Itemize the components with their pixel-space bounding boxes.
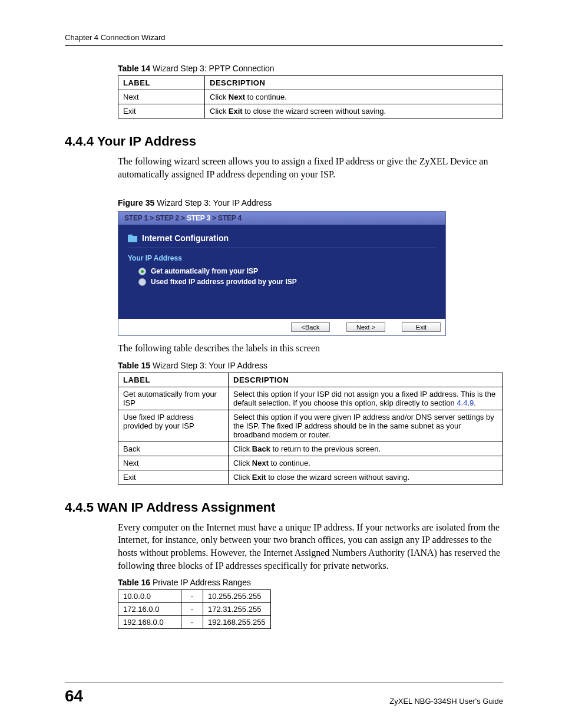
- cell-desc: Click Back to return to the previous scr…: [229, 442, 503, 456]
- table-row: Back Click Back to return to the previou…: [118, 442, 503, 456]
- wizard-footer: <Back Next > Exit: [118, 319, 445, 335]
- wizard-title: Internet Configuration: [142, 233, 229, 243]
- table15-caption-rest: Wizard Step 3: Your IP Address: [150, 361, 267, 370]
- next-button[interactable]: Next >: [346, 322, 385, 332]
- cell-desc: Click Next to continue.: [205, 90, 503, 104]
- exit-button[interactable]: Exit: [402, 322, 441, 332]
- radio-icon[interactable]: [138, 278, 146, 286]
- page-footer: 64 ZyXEL NBG-334SH User's Guide: [65, 683, 503, 706]
- table-row: Exit Click Exit to close the wizard scre…: [118, 104, 503, 118]
- cell-desc: Click Next to continue.: [229, 456, 503, 470]
- wizard-steps: STEP 1 > STEP 2 > STEP 3 > STEP 4: [118, 212, 445, 225]
- table15-h1: LABEL: [118, 373, 229, 387]
- wizard-step2: STEP 2: [156, 214, 179, 222]
- table-row: Exit Click Exit to close the wizard scre…: [118, 470, 503, 484]
- figure35-caption-bold: Figure 35: [118, 198, 154, 207]
- table15-caption-bold: Table 15: [118, 361, 150, 370]
- cell-desc: Click Exit to close the wizard screen wi…: [205, 104, 503, 118]
- table-row: 172.16.0.0 - 172.31.255.255: [118, 603, 271, 616]
- para-445: Every computer on the Internet must have…: [118, 521, 503, 572]
- table14-caption-rest: Wizard Step 3: PPTP Connection: [150, 64, 275, 73]
- cell-label: Exit: [118, 470, 229, 484]
- table14-caption: Table 14 Wizard Step 3: PPTP Connection: [118, 64, 503, 73]
- running-head: Chapter 4 Connection Wizard: [65, 33, 503, 46]
- table-row: Next Click Next to continue.: [118, 456, 503, 470]
- wizard-option-label: Get automatically from your ISP: [151, 267, 258, 275]
- wizard-window: STEP 1 > STEP 2 > STEP 3 > STEP 4 Intern…: [118, 211, 446, 336]
- cell-label: Exit: [118, 104, 205, 118]
- wizard-title-row: Internet Configuration: [128, 231, 436, 248]
- table14-h1: LABEL: [118, 76, 205, 90]
- wizard-body: Internet Configuration Your IP Address G…: [118, 225, 445, 319]
- cell-label: Next: [118, 90, 205, 104]
- para-444: The following wizard screen allows you t…: [118, 155, 503, 180]
- wizard-option-auto[interactable]: Get automatically from your ISP: [138, 267, 436, 275]
- table16-caption: Table 16 Private IP Address Ranges: [118, 578, 503, 587]
- wizard-step4: STEP 4: [218, 214, 242, 222]
- table16-caption-bold: Table 16: [118, 578, 150, 587]
- guide-title: ZyXEL NBG-334SH User's Guide: [389, 697, 503, 706]
- wizard-step1: STEP 1: [124, 214, 148, 222]
- cell-dash: -: [181, 590, 203, 603]
- table16-caption-rest: Private IP Address Ranges: [150, 578, 251, 587]
- folder-icon: [128, 235, 137, 242]
- table15: LABEL DESCRIPTION Get automatically from…: [118, 373, 503, 485]
- table14: LABEL DESCRIPTION Next Click Next to con…: [118, 75, 503, 118]
- cell-b: 192.168.255.255: [203, 616, 271, 629]
- page-number: 64: [65, 687, 83, 706]
- cell-label: Use fixed IP address provided by your IS…: [118, 410, 229, 442]
- wizard-step3: STEP 3: [187, 214, 210, 222]
- cell-label: Get automatically from your ISP: [118, 387, 229, 410]
- cell-dash: -: [181, 616, 203, 629]
- cell-b: 172.31.255.255: [203, 603, 271, 616]
- cell-desc: Select this option If your ISP did not a…: [229, 387, 503, 410]
- back-button[interactable]: <Back: [291, 322, 330, 332]
- cell-a: 10.0.0.0: [118, 590, 181, 603]
- table-row: 10.0.0.0 - 10.255.255.255: [118, 590, 271, 603]
- table15-caption: Table 15 Wizard Step 3: Your IP Address: [118, 361, 503, 370]
- table-row: Use fixed IP address provided by your IS…: [118, 410, 503, 442]
- figure35-caption-rest: Wizard Step 3: Your IP Address: [154, 198, 272, 207]
- wizard-option-label: Used fixed IP address provided by your I…: [151, 278, 297, 286]
- table14-caption-bold: Table 14: [118, 64, 150, 73]
- table-row: Next Click Next to continue.: [118, 90, 503, 104]
- wizard-option-fixed[interactable]: Used fixed IP address provided by your I…: [138, 278, 436, 286]
- cell-label: Back: [118, 442, 229, 456]
- cell-desc: Click Exit to close the wizard screen wi…: [229, 470, 503, 484]
- figure35-caption: Figure 35 Wizard Step 3: Your IP Address: [118, 198, 503, 207]
- table15-h2: DESCRIPTION: [229, 373, 503, 387]
- cell-dash: -: [181, 603, 203, 616]
- cell-label: Next: [118, 456, 229, 470]
- cell-b: 10.255.255.255: [203, 590, 271, 603]
- heading-444: 4.4.4 Your IP Address: [65, 134, 503, 149]
- para-after-fig: The following table describes the labels…: [118, 342, 503, 355]
- link-449[interactable]: 4.4.9: [457, 398, 474, 407]
- wizard-subtitle: Your IP Address: [128, 254, 436, 262]
- table-row: 192.168.0.0 - 192.168.255.255: [118, 616, 271, 629]
- table16: 10.0.0.0 - 10.255.255.255 172.16.0.0 - 1…: [118, 589, 271, 629]
- table-row: Get automatically from your ISP Select t…: [118, 387, 503, 410]
- cell-desc: Select this option if you were given IP …: [229, 410, 503, 442]
- cell-a: 172.16.0.0: [118, 603, 181, 616]
- table14-h2: DESCRIPTION: [205, 76, 503, 90]
- radio-icon[interactable]: [138, 268, 146, 275]
- heading-445: 4.4.5 WAN IP Address Assignment: [65, 500, 503, 515]
- cell-a: 192.168.0.0: [118, 616, 181, 629]
